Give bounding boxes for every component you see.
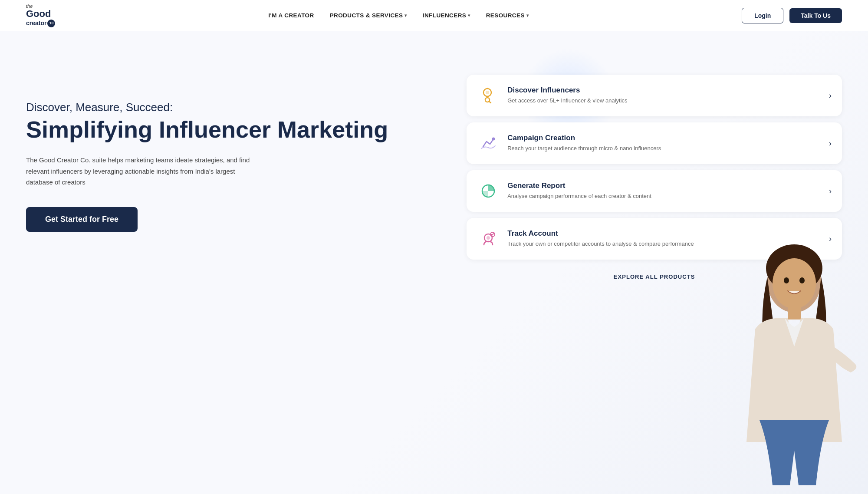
hero-description: The Good Creator Co. suite helps marketi… (26, 155, 260, 188)
track-icon (477, 227, 500, 250)
svg-point-15 (799, 277, 805, 283)
logo-good: Good (26, 9, 55, 19)
nav-link-products[interactable]: PRODUCTS & SERVICES ▾ (330, 12, 407, 19)
svg-point-9 (487, 236, 490, 240)
card-discover-title: Discover Influencers (507, 86, 821, 95)
nav-item-products[interactable]: PRODUCTS & SERVICES ▾ (330, 12, 407, 19)
card-discover[interactable]: Discover Influencers Get access over 5L+… (467, 75, 842, 116)
report-icon (477, 180, 500, 202)
svg-point-6 (492, 138, 495, 141)
hero-title: Simplifying Influencer Marketing (26, 117, 418, 142)
card-discover-desc: Get access over 5L+ Influencer & view an… (507, 96, 821, 105)
chevron-right-icon: › (829, 91, 832, 100)
nav-link-resources[interactable]: RESOURCES ▾ (486, 12, 529, 19)
discover-icon (477, 84, 500, 107)
chevron-down-icon: ▾ (526, 13, 529, 18)
card-campaign[interactable]: Campaign Creation Reach your target audi… (467, 122, 842, 164)
navbar: the Good creator10 I'M A CREATOR PRODUCT… (0, 0, 868, 31)
card-campaign-desc: Reach your target audience through micro… (507, 144, 821, 153)
chevron-down-icon: ▾ (404, 13, 407, 18)
nav-link-creator[interactable]: I'M A CREATOR (268, 12, 314, 19)
nav-item-influencers[interactable]: INFLUENCERS ▾ (423, 12, 470, 19)
nav-actions: Login Talk To Us (742, 8, 842, 23)
hero-subtitle: Discover, Measure, Succeed: (26, 101, 418, 114)
nav-item-resources[interactable]: RESOURCES ▾ (486, 12, 529, 19)
card-report-content: Generate Report Analyse campaign perform… (507, 181, 821, 201)
campaign-icon (477, 132, 500, 155)
card-discover-content: Discover Influencers Get access over 5L+… (507, 86, 821, 105)
card-report-title: Generate Report (507, 181, 821, 190)
svg-line-5 (489, 102, 491, 103)
svg-point-14 (784, 277, 789, 283)
nav-link-influencers[interactable]: INFLUENCERS ▾ (423, 12, 470, 19)
hero-section: Discover, Measure, Succeed: Simplifying … (0, 31, 868, 494)
logo-link[interactable]: the Good creator10 (26, 3, 55, 27)
hero-person-image (720, 225, 868, 494)
nav-item-creator[interactable]: I'M A CREATOR (268, 12, 314, 19)
hero-left: Discover, Measure, Succeed: Simplifying … (26, 66, 418, 232)
card-report-desc: Analyse campaign performance of each cre… (507, 192, 821, 201)
chevron-right-icon: › (829, 139, 832, 148)
explore-link[interactable]: EXPLORE ALL PRODUCTS (614, 273, 695, 280)
cta-button[interactable]: Get Started for Free (26, 207, 138, 232)
card-campaign-content: Campaign Creation Reach your target audi… (507, 134, 821, 153)
svg-rect-16 (788, 306, 801, 319)
chevron-down-icon: ▾ (468, 13, 470, 18)
login-button[interactable]: Login (742, 8, 783, 23)
chevron-right-icon: › (829, 187, 832, 196)
card-campaign-title: Campaign Creation (507, 134, 821, 142)
talk-button[interactable]: Talk To Us (789, 8, 842, 23)
logo-badge: 10 (47, 20, 55, 27)
card-report[interactable]: Generate Report Analyse campaign perform… (467, 170, 842, 212)
logo-creator: creator10 (26, 20, 55, 27)
svg-point-13 (773, 258, 816, 309)
svg-point-1 (486, 91, 489, 94)
nav-links: I'M A CREATOR PRODUCTS & SERVICES ▾ INFL… (268, 12, 529, 19)
